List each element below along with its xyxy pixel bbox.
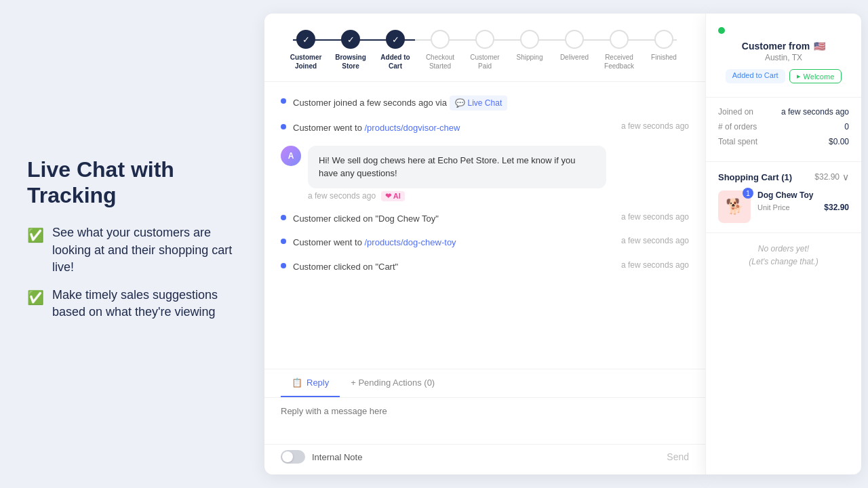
step-circle-3: ✓ xyxy=(386,30,405,49)
customer-location: Austin, TX xyxy=(765,53,802,62)
reply-tab-label: Reply xyxy=(307,378,329,388)
stat-row-joined: Joined on a few seconds ago xyxy=(718,107,849,117)
tag-welcome: ▸ Welcome xyxy=(789,69,842,83)
feature-text-1: See what your customers are looking at a… xyxy=(52,224,237,276)
chat-icon: 💬 xyxy=(455,97,465,109)
message-meta: a few seconds ago ❤ AI xyxy=(308,191,606,201)
feature-item-1: ✅ See what your customers are looking at… xyxy=(27,224,237,276)
agent-message: A Hi! We sell dog chews here at Echo Pet… xyxy=(281,146,689,201)
step-label-9: Finished xyxy=(651,53,677,62)
reply-tab[interactable]: 📋 Reply xyxy=(281,369,340,397)
link-dogvisor[interactable]: /products/dogvisor-chew xyxy=(365,123,460,133)
step-label-6: Shipping xyxy=(517,53,543,62)
cart-item-details: Dog Chew Toy Unit Price $32.90 xyxy=(757,190,849,212)
step-circle-4 xyxy=(431,30,450,49)
step-label-2: Browsing Store xyxy=(330,53,371,70)
step-circle-1: ✓ xyxy=(296,30,315,49)
activity-dot-1 xyxy=(281,98,286,104)
step-circle-2: ✓ xyxy=(341,30,360,49)
progress-steps: ✓ Customer Joined ✓ Browsing Store ✓ Add… xyxy=(283,30,686,70)
step-circle-6 xyxy=(520,30,539,49)
cart-qty-badge: 1 xyxy=(743,188,753,199)
main-content: ✓ Customer Joined ✓ Browsing Store ✓ Add… xyxy=(264,0,868,488)
ai-badge: ❤ AI xyxy=(381,191,405,201)
activity-dot-4 xyxy=(281,239,286,244)
activity-time-4: a few seconds ago xyxy=(621,236,689,245)
link-dog-chew[interactable]: /products/dog-chew-toy xyxy=(365,237,456,247)
tag-welcome-label: Welcome xyxy=(804,73,835,81)
toggle-knob xyxy=(282,451,293,462)
unit-price-label: Unit Price xyxy=(757,203,790,211)
no-orders-text: No orders yet!(Let's change that.) xyxy=(718,243,849,268)
stat-row-total-spent: Total spent $0.00 xyxy=(718,137,849,146)
activity-text-1: Customer joined a few seconds ago via 💬 … xyxy=(293,96,689,110)
internal-note-toggle[interactable] xyxy=(281,450,305,464)
cart-item-thumbnail: 🐕 1 xyxy=(718,190,751,223)
step-label-7: Delivered xyxy=(560,53,589,62)
right-sidebar: Customer from 🇺🇸 Austin, TX Added to Car… xyxy=(705,14,861,474)
step-label-4: Checkout Started xyxy=(420,53,460,70)
customer-info: Customer from 🇺🇸 Austin, TX Added to Car… xyxy=(706,14,861,98)
step-circle-8 xyxy=(610,30,629,49)
step-circle-5 xyxy=(475,30,494,49)
feature-item-2: ✅ Make timely sales suggestions based on… xyxy=(27,287,237,321)
chat-messages: Customer joined a few seconds ago via 💬 … xyxy=(264,82,705,369)
cart-total: $32.90 xyxy=(814,172,840,182)
customer-stats: Joined on a few seconds ago # of orders … xyxy=(706,98,861,162)
step-customer-paid: Customer Paid xyxy=(462,30,507,70)
chat-panel: ✓ Customer Joined ✓ Browsing Store ✓ Add… xyxy=(264,14,705,474)
internal-note-label: Internal Note xyxy=(312,452,362,462)
cart-chevron-button[interactable]: ∨ xyxy=(842,171,849,182)
internal-note-toggle-wrap: Internal Note xyxy=(281,450,362,464)
send-button[interactable]: Send xyxy=(667,451,689,462)
cart-price-row: Unit Price $32.90 xyxy=(757,203,849,212)
left-panel: Live Chat with Tracking ✅ See what your … xyxy=(0,0,264,488)
activity-text-3: Customer clicked on "Dog Chew Toy" xyxy=(293,212,614,226)
cart-section: Shopping Cart (1) $32.90 ∨ 🐕 1 Dog Chew … xyxy=(706,162,861,233)
message-time: a few seconds ago xyxy=(308,191,376,201)
joined-label: Joined on xyxy=(718,107,753,117)
pending-tab-label: + Pending Actions (0) xyxy=(351,378,435,388)
pending-actions-tab[interactable]: + Pending Actions (0) xyxy=(340,369,446,397)
check-icon-1: ✅ xyxy=(27,226,44,245)
progress-bar: ✓ Customer Joined ✓ Browsing Store ✓ Add… xyxy=(264,14,705,82)
stat-row-orders: # of orders 0 xyxy=(718,122,849,131)
cart-item-emoji: 🐕 xyxy=(726,198,744,216)
activity-click-1: Customer clicked on "Dog Chew Toy" a few… xyxy=(281,212,689,226)
orders-label: # of orders xyxy=(718,122,757,131)
step-delivered: Delivered xyxy=(552,30,597,62)
check-icon-2: ✅ xyxy=(27,288,44,307)
activity-text-4: Customer went to /products/dog-chew-toy xyxy=(293,236,614,249)
reply-tabs: 📋 Reply + Pending Actions (0) xyxy=(264,369,705,397)
step-label-3: Added to Cart xyxy=(375,53,416,70)
page-title: Live Chat with Tracking xyxy=(27,157,237,209)
step-browsing-store: ✓ Browsing Store xyxy=(328,30,373,70)
activity-text-5: Customer clicked on "Cart" xyxy=(293,260,614,274)
step-checkout-started: Checkout Started xyxy=(418,30,462,70)
tag-added-to-cart: Added to Cart xyxy=(726,69,785,83)
agent-avatar: A xyxy=(281,146,301,166)
feature-list: ✅ See what your customers are looking at… xyxy=(27,224,237,331)
message-bubble: Hi! We sell dog chews here at Echo Pet S… xyxy=(308,146,606,188)
step-label-8: Received Feedback xyxy=(599,53,639,70)
reply-tab-icon: 📋 xyxy=(292,378,302,388)
reply-input[interactable] xyxy=(281,406,689,433)
welcome-arrow-icon: ▸ xyxy=(797,72,801,81)
step-finished: Finished xyxy=(642,30,686,62)
orders-value: 0 xyxy=(844,122,849,131)
step-customer-joined: ✓ Customer Joined xyxy=(283,30,328,70)
message-content: Hi! We sell dog chews here at Echo Pet S… xyxy=(308,146,606,201)
flag-icon: 🇺🇸 xyxy=(814,41,825,52)
activity-time-2: a few seconds ago xyxy=(621,121,689,131)
activity-time-5: a few seconds ago xyxy=(621,260,689,270)
cart-item: 🐕 1 Dog Chew Toy Unit Price $32.90 xyxy=(718,190,849,223)
step-circle-7 xyxy=(565,30,584,49)
activity-dot-5 xyxy=(281,263,286,268)
step-circle-9 xyxy=(654,30,673,49)
step-received-feedback: Received Feedback xyxy=(597,30,642,70)
customer-name: Customer from 🇺🇸 xyxy=(742,41,825,52)
cart-header: Shopping Cart (1) $32.90 ∨ xyxy=(718,171,849,182)
online-indicator xyxy=(718,27,725,34)
step-shipping: Shipping xyxy=(507,30,552,62)
unit-price-value: $32.90 xyxy=(824,203,849,212)
